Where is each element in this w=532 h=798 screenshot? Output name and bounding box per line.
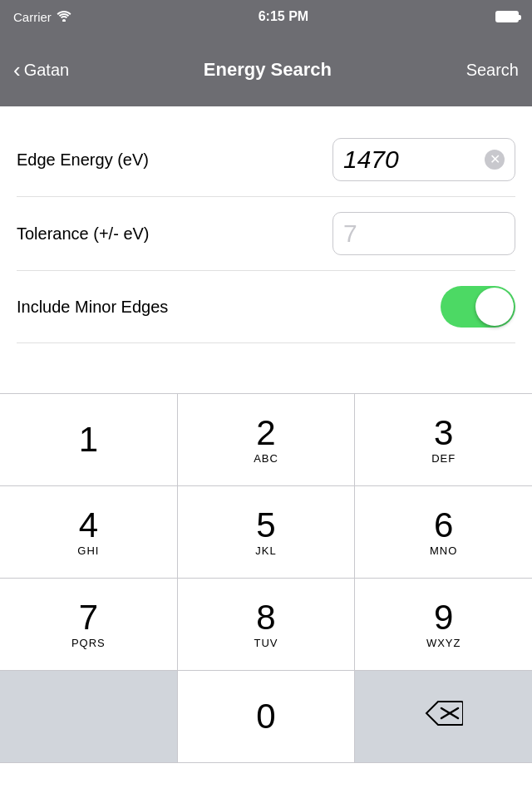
wifi-icon: [57, 10, 71, 24]
key-4[interactable]: 4 GHI: [0, 486, 178, 578]
include-minor-edges-toggle[interactable]: [441, 286, 515, 328]
back-chevron-icon: ‹: [13, 59, 21, 81]
back-button[interactable]: ‹ Gatan: [13, 59, 69, 81]
battery-icon: [495, 11, 519, 22]
tolerance-input-wrap[interactable]: 7: [332, 212, 515, 255]
form-area: Edge Energy (eV) 1470 ✕ Tolerance (+/- e…: [0, 106, 532, 343]
clear-edge-energy-button[interactable]: ✕: [485, 150, 505, 170]
back-label: Gatan: [24, 61, 69, 80]
keypad-row-4: 0: [0, 671, 532, 763]
status-time: 6:15 PM: [259, 9, 308, 24]
key-8[interactable]: 8 TUV: [178, 579, 356, 670]
nav-title: Energy Search: [69, 59, 466, 81]
battery-indicator: [495, 11, 519, 22]
keypad-row-3: 7 PQRS 8 TUV 9 WXYZ: [0, 579, 532, 671]
spacer: [0, 343, 532, 393]
tolerance-label: Tolerance (+/- eV): [17, 224, 150, 244]
key-2[interactable]: 2 ABC: [178, 394, 356, 485]
key-7[interactable]: 7 PQRS: [0, 579, 178, 670]
edge-energy-row: Edge Energy (eV) 1470 ✕: [17, 123, 515, 197]
key-9[interactable]: 9 WXYZ: [355, 579, 532, 670]
include-minor-edges-label: Include Minor Edges: [17, 298, 168, 317]
keypad-row-2: 4 GHI 5 JKL 6 MNO: [0, 486, 532, 579]
key-3[interactable]: 3 DEF: [355, 394, 532, 485]
status-bar: Carrier 6:15 PM: [0, 0, 532, 33]
keypad-row-1: 1 2 ABC 3 DEF: [0, 394, 532, 486]
edge-energy-label: Edge Energy (eV): [17, 150, 149, 170]
key-5[interactable]: 5 JKL: [178, 486, 356, 578]
delete-icon: [425, 700, 463, 733]
edge-energy-value: 1470: [343, 145, 399, 174]
key-6[interactable]: 6 MNO: [355, 486, 532, 578]
key-empty: [0, 671, 178, 762]
tolerance-placeholder: 7: [343, 219, 357, 248]
toggle-thumb: [475, 288, 514, 326]
search-action-button[interactable]: Search: [466, 61, 519, 80]
include-minor-edges-row: Include Minor Edges: [17, 271, 515, 343]
toggle-track: [441, 286, 515, 328]
edge-energy-input-wrap[interactable]: 1470 ✕: [332, 138, 515, 181]
key-delete[interactable]: [355, 671, 532, 762]
nav-bar: ‹ Gatan Energy Search Search: [0, 33, 532, 106]
tolerance-row: Tolerance (+/- eV) 7: [17, 197, 515, 271]
key-1[interactable]: 1: [0, 394, 178, 485]
svg-point-0: [62, 19, 66, 22]
key-0[interactable]: 0: [178, 671, 356, 762]
carrier-label: Carrier: [13, 10, 52, 24]
carrier-wifi: Carrier: [13, 10, 71, 24]
keypad: 1 2 ABC 3 DEF 4 GHI 5 JKL 6 MNO 7 PQRS: [0, 393, 532, 763]
